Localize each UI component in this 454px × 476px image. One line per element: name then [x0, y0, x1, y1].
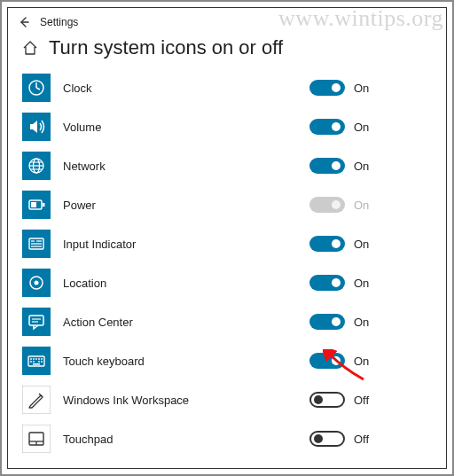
setting-label-touch-keyboard: Touch keyboard	[63, 355, 145, 368]
svg-point-36	[30, 361, 32, 363]
location-icon	[22, 269, 51, 297]
toggle-state-clock: On	[354, 82, 369, 95]
svg-point-38	[38, 361, 40, 363]
back-button[interactable]	[17, 15, 31, 29]
power-icon	[22, 191, 51, 219]
toggle-input-indicator[interactable]	[309, 236, 345, 252]
toggle-action-center[interactable]	[309, 314, 345, 330]
svg-point-32	[33, 358, 35, 360]
svg-rect-14	[43, 203, 45, 207]
setting-row-touch-keyboard: Touch keyboardOn	[22, 341, 434, 380]
setting-row-network: NetworkOn	[22, 146, 434, 185]
setting-label-volume: Volume	[63, 121, 101, 134]
setting-row-volume: VolumeOn	[22, 107, 434, 146]
toggle-touchpad[interactable]	[309, 431, 345, 447]
toggle-state-touch-keyboard: On	[354, 355, 369, 368]
setting-label-network: Network	[63, 160, 106, 173]
toggle-state-touchpad: Off	[354, 433, 369, 446]
svg-point-37	[33, 361, 35, 363]
setting-row-location: LocationOn	[22, 263, 434, 302]
toggle-power	[309, 197, 345, 213]
toggle-state-network: On	[354, 160, 369, 173]
touchpad-icon	[22, 425, 51, 453]
toggle-location[interactable]	[309, 275, 345, 291]
toggle-state-power: On	[354, 199, 369, 212]
network-icon	[22, 152, 51, 180]
toggle-volume[interactable]	[309, 119, 345, 135]
toggle-clock[interactable]	[309, 80, 345, 96]
svg-point-33	[35, 358, 37, 360]
toggle-touch-keyboard[interactable]	[309, 353, 345, 369]
setting-label-action-center: Action Center	[63, 316, 133, 329]
toggle-state-action-center: On	[354, 316, 369, 329]
setting-row-touchpad: TouchpadOff	[22, 419, 434, 458]
setting-label-location: Location	[63, 277, 106, 290]
action-center-icon	[22, 308, 51, 336]
page-title: Turn system icons on or off	[49, 36, 283, 59]
home-icon[interactable]	[22, 40, 38, 56]
setting-row-power: PowerOn	[22, 185, 434, 224]
toggle-windows-ink[interactable]	[309, 392, 345, 408]
clock-icon	[22, 74, 51, 102]
app-title: Settings	[40, 16, 78, 28]
setting-label-touchpad: Touchpad	[63, 433, 113, 446]
svg-point-31	[30, 358, 32, 360]
toggle-network[interactable]	[309, 158, 345, 174]
svg-rect-29	[22, 347, 51, 375]
touch-keyboard-icon	[22, 347, 51, 375]
volume-icon	[22, 113, 51, 141]
setting-label-input-indicator: Input Indicator	[63, 238, 136, 251]
input-indicator-icon	[22, 230, 51, 258]
svg-point-35	[41, 358, 43, 360]
page-header: Turn system icons on or off	[8, 33, 446, 68]
toggle-state-windows-ink: Off	[354, 394, 369, 407]
setting-row-clock: ClockOn	[22, 68, 434, 107]
toggle-state-location: On	[354, 277, 369, 290]
setting-label-clock: Clock	[63, 82, 92, 95]
svg-point-39	[41, 361, 43, 363]
ink-icon	[22, 386, 51, 414]
toggle-state-volume: On	[354, 121, 369, 134]
svg-rect-43	[22, 425, 51, 453]
svg-point-24	[35, 281, 39, 285]
settings-list: ClockOnVolumeOnNetworkOnPowerOnInput Ind…	[8, 68, 446, 471]
svg-rect-40	[33, 363, 40, 365]
svg-point-34	[38, 358, 40, 360]
svg-rect-15	[31, 202, 36, 207]
setting-row-input-indicator: Input IndicatorOn	[22, 224, 434, 263]
setting-row-action-center: Action CenterOn	[22, 302, 434, 341]
setting-label-windows-ink: Windows Ink Workspace	[63, 394, 189, 407]
setting-label-power: Power	[63, 199, 96, 212]
title-bar: Settings	[8, 8, 446, 33]
setting-row-windows-ink: Windows Ink WorkspaceOff	[22, 380, 434, 419]
toggle-state-input-indicator: On	[354, 238, 369, 251]
